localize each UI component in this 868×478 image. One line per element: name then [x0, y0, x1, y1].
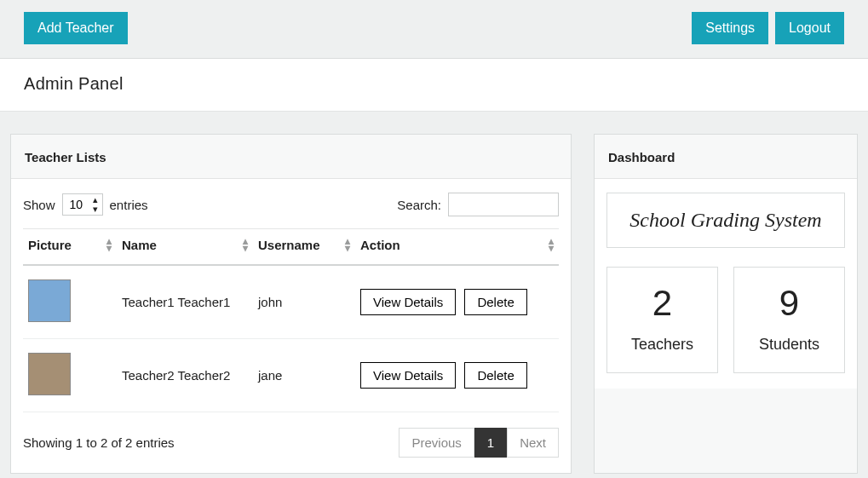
teacher-lists-header: Teacher Lists — [11, 135, 571, 179]
search-input[interactable] — [448, 193, 559, 216]
brand-title: School Grading System — [606, 193, 845, 248]
col-username[interactable]: Username ▴▾ — [253, 229, 355, 266]
show-entries: Show 10 ▴▾ entries — [23, 193, 148, 216]
sort-icon: ▴▾ — [345, 238, 350, 251]
teacher-lists-card: Teacher Lists Show 10 ▴▾ entries Search: — [10, 134, 572, 474]
col-name[interactable]: Name ▴▾ — [117, 229, 253, 266]
page-size-wrap: 10 ▴▾ — [62, 193, 103, 216]
pager-current[interactable]: 1 — [474, 428, 507, 458]
table-controls: Show 10 ▴▾ entries Search: — [23, 193, 559, 216]
teacher-lists-body: Show 10 ▴▾ entries Search: — [11, 179, 571, 473]
table-row: Teacher1 Teacher1 john View Details Dele… — [23, 265, 559, 339]
stat-students-label: Students — [741, 336, 837, 354]
main: Teacher Lists Show 10 ▴▾ entries Search: — [0, 112, 868, 478]
teacher-name: Teacher2 Teacher2 — [117, 339, 253, 412]
page-size-select[interactable]: 10 — [62, 193, 103, 216]
col-name-label: Name — [122, 238, 157, 252]
sort-icon: ▴▾ — [243, 238, 248, 251]
entries-label: entries — [110, 198, 148, 212]
table-footer: Showing 1 to 2 of 2 entries Previous 1 N… — [23, 428, 559, 458]
sort-icon: ▴▾ — [106, 238, 112, 251]
view-details-button[interactable]: View Details — [360, 289, 456, 315]
stats: 2 Teachers 9 Students — [606, 267, 845, 373]
col-picture[interactable]: Picture ▴▾ — [23, 229, 117, 266]
stat-teachers: 2 Teachers — [606, 267, 718, 373]
pager: Previous 1 Next — [399, 428, 559, 458]
stat-students-count: 9 — [741, 283, 837, 324]
sort-icon: ▴▾ — [549, 238, 554, 251]
topbar-right: Settings Logout — [692, 12, 844, 44]
settings-button[interactable]: Settings — [692, 12, 768, 44]
page-title: Admin Panel — [24, 74, 844, 94]
topbar: Add Teacher Settings Logout — [0, 0, 868, 59]
logout-button[interactable]: Logout — [775, 12, 844, 44]
col-action-label: Action — [360, 238, 400, 252]
teacher-username: jane — [253, 339, 355, 412]
dashboard-body: School Grading System 2 Teachers 9 Stude… — [595, 179, 857, 389]
search-wrap: Search: — [397, 193, 559, 216]
view-details-button[interactable]: View Details — [360, 362, 456, 389]
title-band: Admin Panel — [0, 59, 868, 112]
stat-students: 9 Students — [733, 267, 845, 373]
delete-button[interactable]: Delete — [464, 289, 526, 315]
dashboard-card: Dashboard School Grading System 2 Teache… — [594, 134, 858, 474]
delete-button[interactable]: Delete — [464, 362, 526, 389]
teacher-thumbnail — [28, 279, 71, 322]
col-picture-label: Picture — [28, 238, 72, 252]
show-label: Show — [23, 198, 55, 212]
pager-next[interactable]: Next — [507, 428, 559, 458]
stat-teachers-label: Teachers — [614, 336, 710, 354]
teacher-name: Teacher1 Teacher1 — [117, 265, 253, 339]
table-row: Teacher2 Teacher2 jane View Details Dele… — [23, 339, 559, 412]
teacher-username: john — [253, 265, 355, 339]
search-label: Search: — [397, 198, 441, 212]
col-action[interactable]: Action ▴▾ — [355, 229, 559, 266]
dashboard-header: Dashboard — [595, 135, 857, 179]
add-teacher-button[interactable]: Add Teacher — [24, 12, 128, 44]
stat-teachers-count: 2 — [614, 283, 710, 324]
pager-previous[interactable]: Previous — [399, 428, 474, 458]
teacher-table: Picture ▴▾ Name ▴▾ Username ▴▾ Action — [23, 228, 559, 412]
footer-info: Showing 1 to 2 of 2 entries — [23, 435, 175, 450]
col-username-label: Username — [258, 238, 320, 252]
teacher-thumbnail — [28, 353, 71, 395]
